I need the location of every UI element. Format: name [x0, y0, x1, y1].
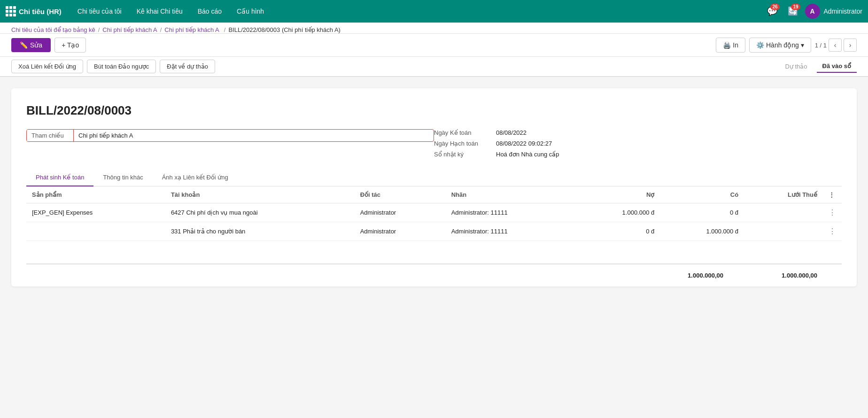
col-header-debit: Nợ: [576, 186, 660, 203]
action-label: Hành động: [766, 41, 799, 49]
updates-badge: 19: [791, 4, 800, 10]
tab-accounting[interactable]: Phát sinh Kế toán: [26, 169, 93, 186]
breadcrumb-item-1[interactable]: Chi tiêu của tôi để tạo bảng kê: [11, 26, 95, 33]
gear-icon: ⚙️: [756, 41, 764, 49]
accounting-date-value: 08/08/2022: [496, 129, 527, 136]
edit-label: Sửa: [30, 41, 42, 49]
journal-row: Sổ nhật ký Hoá đơn Nhà cung cấp: [434, 151, 842, 158]
reference-row: Tham chiếu Chi phí tiếp khách A: [26, 129, 434, 142]
breadcrumb-item-3[interactable]: Chi phí tiếp khách A: [164, 26, 219, 33]
pager-text: 1 / 1: [815, 42, 827, 49]
total-debit: 1.000.000,00: [635, 270, 729, 281]
cell-partner-2: Administrator: [355, 222, 446, 241]
create-button[interactable]: + Tạo: [54, 38, 86, 53]
action-bar: Xoá Liên kết Đối ứng Bút toán Đảo ngược …: [0, 57, 868, 77]
accounting-table: Sản phẩm Tài khoản Đối tác Nhãn Nợ Có Lư…: [26, 186, 842, 263]
breadcrumb-item-2[interactable]: Chi phí tiếp khách A: [102, 26, 157, 33]
top-menu: Chi tiêu của tôi Kê khai Chi tiêu Báo cá…: [71, 5, 764, 18]
set-draft-button[interactable]: Đặt về dự thảo: [160, 60, 215, 73]
breadcrumb-item-4: BILL/2022/08/0003 (Chi phí tiếp khách A): [228, 26, 341, 33]
journal-date-label: Ngày Hạch toán: [434, 140, 490, 147]
col-header-product: Sản phẩm: [26, 186, 165, 203]
printer-icon: 🖨️: [723, 41, 731, 49]
edit-button[interactable]: ✏️ Sửa: [11, 38, 51, 52]
table-row: [EXP_GEN] Expenses 6427 Chi phí dịch vụ …: [26, 203, 842, 222]
cell-product-2: [26, 222, 165, 241]
journal-value: Hoá đơn Nhà cung cấp: [496, 151, 559, 158]
breadcrumb-sep-2: /: [160, 26, 162, 33]
menu-item-config[interactable]: Cấu hình: [230, 5, 271, 18]
menu-item-expenses[interactable]: Chi tiêu của tôi: [71, 5, 128, 18]
app-logo[interactable]: Chi tiêu (HR): [6, 6, 62, 16]
top-right-actions: 💬 26 🔄 19 A Administrator: [764, 3, 862, 20]
top-navbar: Chi tiêu (HR) Chi tiêu của tôi Kê khai C…: [0, 0, 868, 23]
tab-mapping[interactable]: Ánh xạ Liên kết Đối ứng: [153, 169, 238, 186]
col-header-actions: ⋮: [823, 186, 842, 203]
username-label[interactable]: Administrator: [824, 8, 862, 15]
cell-debit-1: 1.000.000 đ: [576, 203, 660, 222]
reference-value[interactable]: Chi phí tiếp khách A: [74, 130, 158, 141]
reference-label: Tham chiếu: [27, 130, 74, 141]
journal-date-value: 08/08/2022 09:02:27: [496, 140, 552, 147]
total-credit: 1.000.000,00: [729, 270, 823, 281]
cell-debit-2: 0 đ: [576, 222, 660, 241]
pencil-icon: ✏️: [20, 41, 28, 49]
journal-label: Sổ nhật ký: [434, 151, 490, 158]
col-header-taxgrid: Lưới Thuế: [744, 186, 823, 203]
print-button[interactable]: 🖨️ In: [716, 38, 745, 53]
cell-credit-1: 0 đ: [660, 203, 744, 222]
avatar[interactable]: A: [805, 4, 820, 19]
form-grid: Tham chiếu Chi phí tiếp khách A Ngày Kế …: [26, 129, 842, 158]
reference-field-group: Tham chiếu Chi phí tiếp khách A: [26, 129, 434, 142]
document-card: BILL/2022/08/0003 Tham chiếu Chi phí tiế…: [11, 88, 857, 286]
tab-other-info[interactable]: Thông tin khác: [93, 169, 152, 186]
chevron-down-icon: ▾: [801, 41, 804, 49]
cell-actions-1: ⋮: [823, 203, 842, 222]
document-title: BILL/2022/08/0003: [26, 103, 842, 118]
cell-credit-2: 1.000.000 đ: [660, 222, 744, 241]
breadcrumb-sep-1: /: [98, 26, 100, 33]
col-header-account: Tài khoản: [165, 186, 355, 203]
col-header-label: Nhãn: [446, 186, 576, 203]
breadcrumb: Chi tiêu của tôi để tạo bảng kê / Chi ph…: [11, 26, 857, 33]
action-button[interactable]: ⚙️ Hành động ▾: [749, 38, 811, 53]
pager: 1 / 1 ‹ ›: [815, 39, 857, 52]
cell-taxgrid-1: [744, 203, 823, 222]
totals-row: 1.000.000,00 1.000.000,00: [26, 263, 842, 286]
cell-taxgrid-2: [744, 222, 823, 241]
table-header-row: Sản phẩm Tài khoản Đối tác Nhãn Nợ Có Lư…: [26, 186, 842, 203]
tab-bar: Phát sinh Kế toán Thông tin khác Ánh xạ …: [26, 169, 842, 186]
grid-icon: [6, 6, 16, 16]
status-draft: Dự thảo: [779, 61, 813, 72]
col-header-credit: Có: [660, 186, 744, 203]
updates-button[interactable]: 🔄 19: [784, 3, 801, 20]
col-header-partner: Đối tác: [355, 186, 446, 203]
remove-link-button[interactable]: Xoá Liên kết Đối ứng: [11, 60, 83, 73]
pager-prev-button[interactable]: ‹: [829, 39, 842, 52]
accounting-date-row: Ngày Kế toán 08/08/2022: [434, 129, 842, 136]
notifications-button[interactable]: 💬 26: [764, 3, 781, 20]
cell-partner-1: Administrator: [355, 203, 446, 222]
cell-label-2: Administrator: 11111: [446, 222, 576, 241]
form-right: Ngày Kế toán 08/08/2022 Ngày Hạch toán 0…: [434, 129, 842, 158]
breadcrumb-sep-3: /: [224, 26, 226, 33]
status-posted: Đã vào sổ: [817, 60, 857, 73]
pager-next-button[interactable]: ›: [844, 39, 857, 52]
notifications-badge: 26: [770, 4, 779, 10]
cell-product-1: [EXP_GEN] Expenses: [26, 203, 165, 222]
menu-item-declare[interactable]: Kê khai Chi tiêu: [130, 5, 189, 18]
row-menu-button-2[interactable]: ⋮: [829, 227, 836, 236]
form-left: Tham chiếu Chi phí tiếp khách A: [26, 129, 434, 158]
reverse-entry-button[interactable]: Bút toán Đảo ngược: [87, 60, 156, 73]
cell-actions-2: ⋮: [823, 222, 842, 241]
breadcrumb-bar: Chi tiêu của tôi để tạo bảng kê / Chi ph…: [0, 23, 868, 34]
cell-account-1: 6427 Chi phí dịch vụ mua ngoài: [165, 203, 355, 222]
row-menu-button-1[interactable]: ⋮: [829, 208, 836, 217]
table-empty-row: [26, 241, 842, 263]
content-area: BILL/2022/08/0003 Tham chiếu Chi phí tiế…: [0, 77, 868, 401]
accounting-date-label: Ngày Kế toán: [434, 129, 490, 136]
app-title: Chi tiêu (HR): [19, 8, 62, 15]
journal-date-row: Ngày Hạch toán 08/08/2022 09:02:27: [434, 140, 842, 147]
print-label: In: [733, 41, 738, 49]
menu-item-report[interactable]: Báo cáo: [191, 5, 228, 18]
